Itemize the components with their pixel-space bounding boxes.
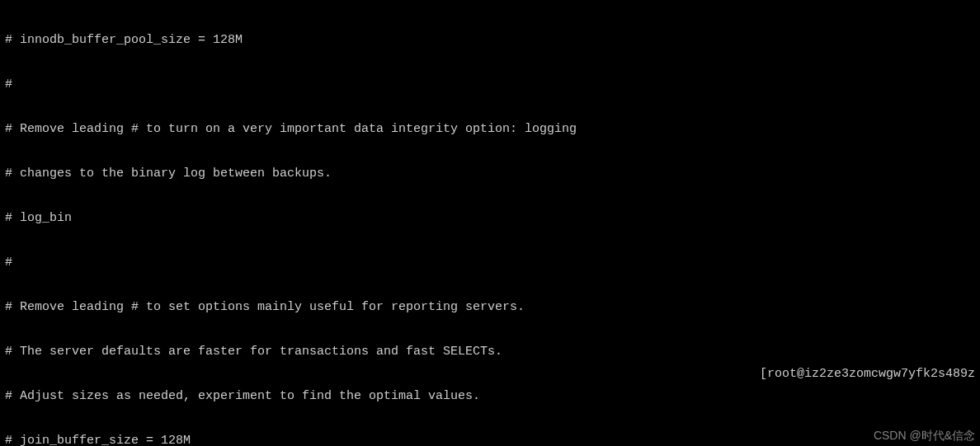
watermark-text: CSDN @时代&信念 — [874, 428, 975, 443]
cfg-line: # changes to the binary log between back… — [5, 167, 975, 181]
cfg-line: # innodb_buffer_pool_size = 128M — [5, 33, 975, 48]
cfg-line: # — [5, 77, 975, 92]
line-wrap-right: [root@iz2ze3zomcwgw7yfk2s489z — [760, 367, 975, 382]
cfg-line: # Remove leading # to set options mainly… — [5, 300, 975, 315]
cfg-line: # The server defaults are faster for tra… — [5, 345, 975, 359]
terminal[interactable]: # innodb_buffer_pool_size = 128M # # Rem… — [0, 0, 980, 446]
cfg-line: # Adjust sizes as needed, experiment to … — [5, 389, 975, 404]
cfg-line: # Remove leading # to turn on a very imp… — [5, 122, 975, 137]
cfg-line: # join_buffer_size = 128M — [5, 434, 975, 446]
cfg-line: # log_bin — [5, 211, 975, 226]
cfg-line: # — [5, 256, 975, 270]
